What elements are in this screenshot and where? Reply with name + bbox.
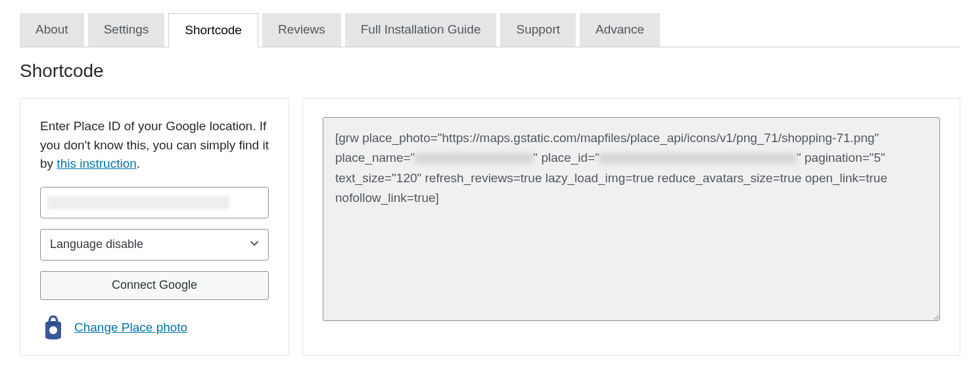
language-select-value: Language disable bbox=[50, 237, 143, 251]
tab-support[interactable]: Support bbox=[500, 13, 576, 47]
instruction-text: Enter Place ID of your Google location. … bbox=[40, 117, 269, 174]
tab-advance[interactable]: Advance bbox=[580, 13, 660, 47]
shortcode-part2: " place_id=" bbox=[533, 151, 599, 164]
language-select[interactable]: Language disable bbox=[40, 229, 269, 261]
place-id-input[interactable] bbox=[40, 187, 269, 218]
redacted-place-name bbox=[415, 153, 533, 164]
svg-point-0 bbox=[45, 321, 61, 325]
shortcode-textarea[interactable]: [grw place_photo="https://maps.gstatic.c… bbox=[323, 117, 940, 321]
language-select-wrap: Language disable bbox=[40, 229, 269, 261]
page-title: Shortcode bbox=[20, 61, 960, 82]
instruction-post: . bbox=[137, 157, 140, 170]
redacted-place-id bbox=[599, 153, 797, 164]
tab-about[interactable]: About bbox=[20, 13, 84, 47]
change-photo-row: Change Place photo bbox=[40, 313, 269, 342]
tabs-nav: About Settings Shortcode Reviews Full In… bbox=[20, 13, 960, 47]
shopping-bag-icon bbox=[40, 313, 66, 342]
content-row: Enter Place ID of your Google location. … bbox=[20, 98, 960, 356]
svg-point-1 bbox=[49, 326, 57, 334]
tab-reviews[interactable]: Reviews bbox=[262, 13, 341, 47]
tab-full-installation-guide[interactable]: Full Installation Guide bbox=[345, 13, 497, 47]
settings-panel: Enter Place ID of your Google location. … bbox=[20, 98, 289, 356]
shortcode-panel: [grw place_photo="https://maps.gstatic.c… bbox=[302, 98, 960, 356]
instruction-link[interactable]: this instruction bbox=[57, 157, 136, 170]
tab-settings[interactable]: Settings bbox=[88, 13, 165, 47]
connect-google-button[interactable]: Connect Google bbox=[40, 271, 269, 300]
change-place-photo-link[interactable]: Change Place photo bbox=[74, 320, 187, 335]
shortcode-text: [grw place_photo="https://maps.gstatic.c… bbox=[335, 128, 927, 209]
tab-shortcode[interactable]: Shortcode bbox=[168, 13, 258, 47]
redacted-value bbox=[47, 196, 229, 209]
